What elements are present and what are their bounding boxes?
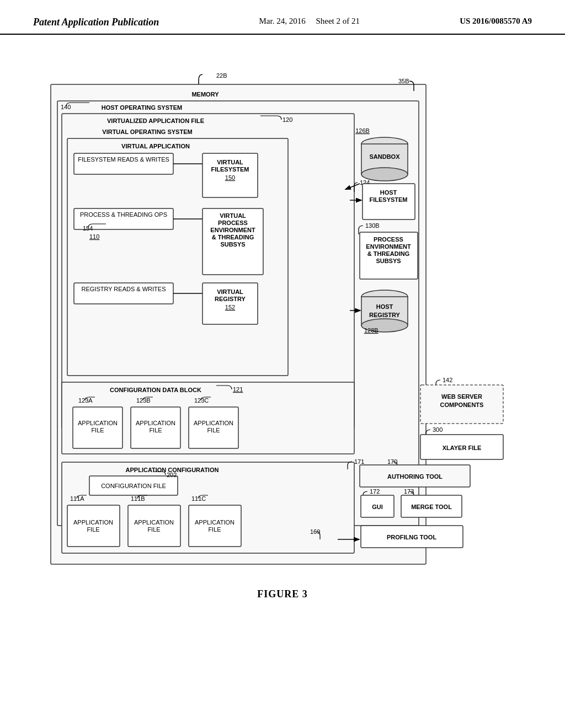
- virt-reg-label1: VIRTUAL: [217, 288, 243, 295]
- sheet-number: Sheet 2 of 21: [316, 17, 360, 25]
- publication-date: Mar. 24, 2016: [259, 17, 306, 25]
- app-file-123a-label2: FILE: [91, 427, 104, 433]
- gui-label: GUI: [372, 504, 383, 510]
- web-server-label2: COMPONENTS: [440, 402, 484, 408]
- ref-152: 152: [225, 304, 235, 311]
- ref-300: 300: [433, 426, 443, 433]
- host-os-label: HOST OPERATING SYSTEM: [102, 104, 182, 111]
- proc-env-host-label1: PROCESS: [374, 236, 403, 243]
- virt-fs-label1: VIRTUAL: [217, 159, 243, 165]
- ref-130b: 130B: [365, 222, 380, 229]
- virt-proc-label5: SUBSYS: [220, 241, 245, 248]
- ref-126b: 126B: [355, 127, 370, 134]
- app-file-123a-label1: APPLICATION: [78, 420, 118, 426]
- app-file-123b-label1: APPLICATION: [136, 420, 175, 426]
- profiling-tool-label: PROFILNG TOOL: [387, 534, 437, 540]
- virt-reg-label2: REGISTRY: [215, 296, 246, 302]
- app-file-111a-label1: APPLICATION: [73, 519, 113, 526]
- ref-35b: 35B: [398, 78, 409, 84]
- virt-app-file-label: VIRTUALIZED APPLICATION FILE: [107, 117, 204, 124]
- virt-proc-label3: ENVIRONMENT: [210, 227, 255, 233]
- ref-169: 169: [310, 528, 320, 535]
- authoring-tool-label: AUTHORING TOOL: [387, 473, 443, 480]
- figure-label: FIGURE 3: [45, 588, 520, 600]
- app-file-111c-label2: FILE: [208, 526, 221, 533]
- virt-proc-label4: & THREADING: [212, 234, 254, 240]
- memory-label: MEMORY: [191, 91, 219, 98]
- config-file-label: CONFIGURATION FILE: [101, 483, 166, 489]
- ref-172: 172: [370, 488, 380, 495]
- xlayer-file-label: XLAYER FILE: [443, 445, 482, 451]
- proc-env-host-label3: & THREADING: [367, 250, 409, 257]
- diagram-wrapper: 22B 35B MEMORY 140 HOST OPERATING SYSTEM…: [45, 68, 520, 600]
- patent-label: Patent Application Publication: [33, 17, 159, 28]
- fs-reads-writes-label1: FILESYSTEM READS & WRITES: [78, 156, 169, 163]
- host-fs-label1: HOST: [380, 189, 397, 196]
- ref-150: 150: [225, 174, 235, 181]
- virt-app-label: VIRTUAL APPLICATION: [121, 143, 190, 149]
- ref-170: 170: [387, 458, 397, 465]
- app-file-111b-label2: FILE: [147, 526, 160, 533]
- app-file-111a-label2: FILE: [87, 526, 99, 533]
- web-server-label1: WEB SERVER: [441, 393, 482, 400]
- header-center: Mar. 24, 2016 Sheet 2 of 21: [259, 17, 360, 26]
- virt-fs-label2: FILESYSTEM: [211, 166, 249, 173]
- app-file-123c-label1: APPLICATION: [194, 420, 233, 426]
- merge-tool-label: MERGE TOOL: [411, 504, 452, 510]
- ref-120: 120: [282, 116, 292, 123]
- proc-threading-label1: PROCESS & THREADING OPS: [80, 211, 167, 218]
- host-registry-label1: HOST: [376, 303, 393, 310]
- app-file-111c-label1: APPLICATION: [195, 519, 234, 526]
- figure-3-diagram: 22B 35B MEMORY 140 HOST OPERATING SYSTEM…: [45, 68, 520, 575]
- host-registry-label2: REGISTRY: [369, 312, 400, 318]
- ref-110: 110: [89, 233, 99, 240]
- reg-reads-label1: REGISTRY READS & WRITES: [81, 286, 166, 292]
- host-fs-label2: FILESYSTEM: [369, 196, 407, 203]
- ref-22b: 22B: [216, 72, 227, 79]
- app-file-123b-label2: FILE: [149, 427, 162, 433]
- proc-env-host-label2: ENVIRONMENT: [366, 243, 411, 250]
- ref-171: 171: [354, 458, 364, 465]
- sandbox-label: SANDBOX: [369, 153, 400, 160]
- ref-154: 154: [83, 225, 93, 232]
- ref-121: 121: [233, 386, 243, 393]
- proc-env-host-label4: SUBSYS: [376, 258, 401, 264]
- app-file-111b-label1: APPLICATION: [134, 519, 174, 526]
- ref-128b: 128B: [364, 327, 379, 334]
- app-file-123c-label2: FILE: [207, 427, 220, 433]
- virt-proc-label1: VIRTUAL: [220, 212, 246, 219]
- ref-142: 142: [443, 377, 452, 383]
- virt-proc-label2: PROCESS: [218, 220, 248, 226]
- ref-202: 202: [167, 472, 177, 478]
- virt-os-label: VIRTUAL OPERATING SYSTEM: [102, 129, 192, 135]
- main-content: 22B 35B MEMORY 140 HOST OPERATING SYSTEM…: [0, 35, 565, 622]
- page-header: Patent Application Publication Mar. 24, …: [0, 0, 565, 35]
- patent-number: US 2016/0085570 A9: [460, 17, 532, 26]
- ref-173: 173: [404, 488, 414, 495]
- ref-140: 140: [61, 104, 71, 110]
- config-data-block-label: CONFIGURATION DATA BLOCK: [110, 387, 201, 393]
